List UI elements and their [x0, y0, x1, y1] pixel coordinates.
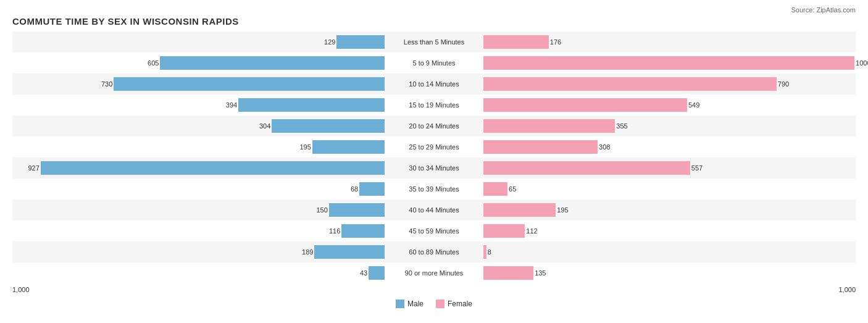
- chart-row: Less than 5 Minutes129176: [12, 31, 856, 52]
- male-bar: [272, 119, 385, 133]
- chart-row: 10 to 14 Minutes730790: [12, 73, 856, 94]
- chart-row: 60 to 89 Minutes1898: [12, 241, 856, 262]
- legend-female-box: [436, 300, 444, 308]
- female-value: 195: [557, 206, 568, 214]
- chart-row: 35 to 39 Minutes6865: [12, 178, 856, 199]
- male-bar: [314, 245, 385, 259]
- source-label: Source: ZipAtlas.com: [12, 6, 856, 14]
- male-value: 730: [101, 80, 112, 88]
- row-label: 60 to 89 Minutes: [385, 248, 483, 256]
- female-value: 355: [616, 122, 627, 130]
- chart-row: 15 to 19 Minutes394549: [12, 94, 856, 115]
- male-value: 189: [302, 248, 313, 256]
- female-value: 65: [509, 185, 516, 193]
- legend-female-label: Female: [448, 300, 472, 308]
- male-value: 927: [28, 164, 39, 172]
- male-value: 129: [324, 38, 335, 46]
- chart-row: 25 to 29 Minutes195308: [12, 136, 856, 157]
- row-label: 5 to 9 Minutes: [385, 59, 483, 67]
- male-bar: [336, 35, 385, 49]
- row-label: 35 to 39 Minutes: [385, 185, 483, 193]
- chart-row: 45 to 59 Minutes116112: [12, 220, 856, 241]
- female-value: 1000: [856, 59, 868, 67]
- female-value: 549: [688, 101, 699, 109]
- row-label: 30 to 34 Minutes: [385, 164, 483, 172]
- male-value: 195: [299, 143, 311, 151]
- male-value: 68: [351, 185, 358, 193]
- chart-title: COMMUTE TIME BY SEX IN WISCONSIN RAPIDS: [12, 16, 856, 27]
- female-bar: [483, 98, 687, 112]
- female-bar: [483, 35, 549, 49]
- chart-row: 5 to 9 Minutes6051000: [12, 52, 856, 73]
- legend-male-label: Male: [407, 300, 424, 308]
- male-value: 150: [317, 206, 328, 214]
- row-label: 40 to 44 Minutes: [385, 206, 483, 214]
- male-bar: [341, 224, 385, 238]
- female-value: 112: [526, 227, 537, 235]
- male-bar: [114, 77, 385, 91]
- legend-male-box: [396, 300, 404, 308]
- male-bar: [329, 203, 385, 217]
- female-bar: [483, 266, 533, 280]
- row-label: 90 or more Minutes: [385, 269, 483, 277]
- female-value: 8: [488, 248, 491, 256]
- female-value: 790: [778, 80, 789, 88]
- female-bar: [483, 182, 507, 196]
- female-bar: [483, 203, 556, 217]
- chart-row: 90 or more Minutes43135: [12, 262, 856, 283]
- female-bar: [483, 119, 615, 133]
- chart-container: Less than 5 Minutes1291765 to 9 Minutes6…: [12, 31, 856, 283]
- female-bar: [483, 56, 854, 70]
- axis-labels: 1,000 1,000: [12, 283, 856, 296]
- axis-left: 1,000: [12, 286, 30, 293]
- female-bar: [483, 77, 777, 91]
- row-label: 15 to 19 Minutes: [385, 101, 483, 109]
- male-value: 43: [360, 269, 367, 277]
- male-value: 116: [329, 227, 340, 235]
- female-bar: [483, 245, 486, 259]
- legend: Male Female: [12, 300, 856, 308]
- male-value: 394: [226, 101, 237, 109]
- legend-female: Female: [436, 300, 472, 308]
- row-label: 25 to 29 Minutes: [385, 143, 483, 151]
- female-value: 557: [691, 164, 703, 172]
- axis-right: 1,000: [838, 286, 856, 293]
- male-bar: [369, 266, 385, 280]
- row-label: 20 to 24 Minutes: [385, 122, 483, 130]
- male-value: 304: [259, 122, 270, 130]
- male-value: 605: [148, 59, 159, 67]
- male-bar: [160, 56, 385, 70]
- female-bar: [483, 140, 598, 154]
- male-bar: [238, 98, 385, 112]
- male-bar: [312, 140, 385, 154]
- chart-row: 20 to 24 Minutes304355: [12, 115, 856, 136]
- female-value: 308: [599, 143, 610, 151]
- female-value: 176: [550, 38, 561, 46]
- male-bar: [41, 161, 385, 175]
- female-bar: [483, 161, 690, 175]
- row-label: 45 to 59 Minutes: [385, 227, 483, 235]
- male-bar: [359, 182, 385, 196]
- female-value: 135: [535, 269, 546, 277]
- row-label: Less than 5 Minutes: [385, 38, 483, 46]
- chart-row: 30 to 34 Minutes927557: [12, 157, 856, 178]
- row-label: 10 to 14 Minutes: [385, 80, 483, 88]
- chart-row: 40 to 44 Minutes150195: [12, 199, 856, 220]
- female-bar: [483, 224, 525, 238]
- legend-male: Male: [396, 300, 424, 308]
